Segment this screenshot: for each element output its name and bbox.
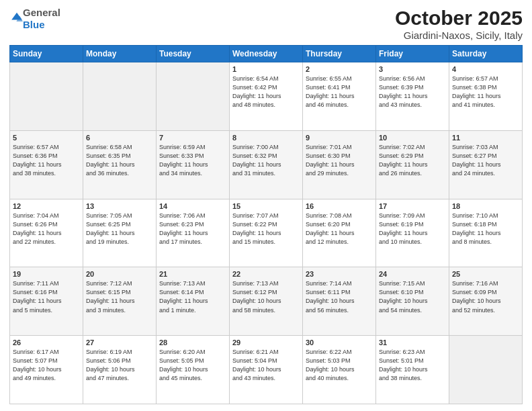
day-info: Sunrise: 7:05 AM Sunset: 6:25 PM Dayligh…	[86, 212, 153, 246]
day-info: Sunrise: 6:20 AM Sunset: 5:05 PM Dayligh…	[159, 348, 226, 383]
day-number: 24	[379, 270, 446, 278]
day-number: 18	[452, 202, 519, 210]
calendar-cell: 19Sunrise: 7:11 AM Sunset: 6:16 PM Dayli…	[10, 267, 83, 336]
day-info: Sunrise: 6:22 AM Sunset: 5:03 PM Dayligh…	[306, 348, 373, 383]
day-number: 29	[232, 338, 300, 347]
header-friday: Friday	[376, 46, 449, 62]
calendar-week-1: 5Sunrise: 6:57 AM Sunset: 6:36 PM Daylig…	[10, 130, 523, 199]
day-info: Sunrise: 6:19 AM Sunset: 5:06 PM Dayligh…	[86, 348, 153, 383]
day-info: Sunrise: 6:55 AM Sunset: 6:41 PM Dayligh…	[306, 75, 373, 109]
day-number: 5	[13, 134, 80, 142]
header-tuesday: Tuesday	[157, 46, 230, 62]
day-info: Sunrise: 7:01 AM Sunset: 6:30 PM Dayligh…	[306, 143, 373, 178]
calendar-cell: 30Sunrise: 6:22 AM Sunset: 5:03 PM Dayli…	[303, 336, 376, 404]
calendar-cell: 27Sunrise: 6:19 AM Sunset: 5:06 PM Dayli…	[83, 336, 157, 404]
day-number: 13	[86, 202, 153, 210]
calendar-cell: 12Sunrise: 7:04 AM Sunset: 6:26 PM Dayli…	[10, 199, 83, 267]
day-info: Sunrise: 7:00 AM Sunset: 6:32 PM Dayligh…	[232, 143, 300, 178]
day-number: 7	[159, 134, 226, 142]
day-info: Sunrise: 7:14 AM Sunset: 6:11 PM Dayligh…	[306, 279, 373, 314]
day-number: 4	[452, 65, 519, 73]
calendar-cell: 31Sunrise: 6:23 AM Sunset: 5:01 PM Dayli…	[376, 336, 449, 404]
day-number: 2	[306, 65, 373, 73]
calendar-cell	[157, 62, 230, 131]
calendar-cell: 2Sunrise: 6:55 AM Sunset: 6:41 PM Daylig…	[303, 62, 376, 131]
day-number: 23	[306, 270, 373, 278]
day-number: 22	[232, 270, 300, 278]
calendar-table: Sunday Monday Tuesday Wednesday Thursday…	[9, 45, 523, 404]
day-number: 14	[159, 202, 226, 210]
calendar-cell: 4Sunrise: 6:57 AM Sunset: 6:38 PM Daylig…	[449, 62, 523, 131]
calendar-cell	[10, 62, 83, 131]
header-wednesday: Wednesday	[230, 46, 303, 62]
calendar-cell: 29Sunrise: 6:21 AM Sunset: 5:04 PM Dayli…	[230, 336, 303, 404]
day-info: Sunrise: 6:59 AM Sunset: 6:33 PM Dayligh…	[159, 143, 226, 178]
day-number: 28	[159, 338, 226, 347]
day-info: Sunrise: 7:07 AM Sunset: 6:22 PM Dayligh…	[232, 212, 300, 246]
calendar-cell: 6Sunrise: 6:58 AM Sunset: 6:35 PM Daylig…	[83, 130, 157, 199]
calendar-cell: 20Sunrise: 7:12 AM Sunset: 6:15 PM Dayli…	[83, 267, 157, 336]
day-info: Sunrise: 6:23 AM Sunset: 5:01 PM Dayligh…	[379, 348, 446, 383]
day-info: Sunrise: 6:54 AM Sunset: 6:42 PM Dayligh…	[232, 75, 300, 109]
calendar-week-4: 26Sunrise: 6:17 AM Sunset: 5:07 PM Dayli…	[10, 336, 523, 404]
day-number: 1	[232, 65, 300, 73]
logo-general: General	[23, 7, 60, 18]
day-info: Sunrise: 7:10 AM Sunset: 6:18 PM Dayligh…	[452, 212, 519, 246]
day-info: Sunrise: 7:06 AM Sunset: 6:23 PM Dayligh…	[159, 212, 226, 246]
day-number: 11	[452, 134, 519, 142]
title-block: October 2025 Giardini-Naxos, Sicily, Ita…	[395, 7, 523, 41]
calendar-cell: 24Sunrise: 7:15 AM Sunset: 6:10 PM Dayli…	[376, 267, 449, 336]
calendar-cell: 18Sunrise: 7:10 AM Sunset: 6:18 PM Dayli…	[449, 199, 523, 267]
calendar-cell: 8Sunrise: 7:00 AM Sunset: 6:32 PM Daylig…	[230, 130, 303, 199]
day-info: Sunrise: 7:11 AM Sunset: 6:16 PM Dayligh…	[13, 279, 80, 314]
day-info: Sunrise: 7:02 AM Sunset: 6:29 PM Dayligh…	[379, 143, 446, 178]
day-number: 16	[306, 202, 373, 210]
day-number: 8	[232, 134, 300, 142]
day-info: Sunrise: 6:17 AM Sunset: 5:07 PM Dayligh…	[13, 348, 80, 383]
calendar-cell: 7Sunrise: 6:59 AM Sunset: 6:33 PM Daylig…	[157, 130, 230, 199]
calendar-week-3: 19Sunrise: 7:11 AM Sunset: 6:16 PM Dayli…	[10, 267, 523, 336]
calendar-cell: 10Sunrise: 7:02 AM Sunset: 6:29 PM Dayli…	[376, 130, 449, 199]
calendar-cell: 25Sunrise: 7:16 AM Sunset: 6:09 PM Dayli…	[449, 267, 523, 336]
header-sunday: Sunday	[10, 46, 83, 62]
logo-text: General Blue	[23, 7, 60, 31]
day-number: 15	[232, 202, 300, 210]
day-info: Sunrise: 7:04 AM Sunset: 6:26 PM Dayligh…	[13, 212, 80, 246]
day-number: 26	[13, 338, 80, 347]
day-info: Sunrise: 6:57 AM Sunset: 6:36 PM Dayligh…	[13, 143, 80, 178]
day-number: 30	[306, 338, 373, 347]
calendar-cell: 3Sunrise: 6:56 AM Sunset: 6:39 PM Daylig…	[376, 62, 449, 131]
header-saturday: Saturday	[449, 46, 523, 62]
logo-icon	[11, 11, 23, 24]
day-number: 10	[379, 134, 446, 142]
day-info: Sunrise: 7:09 AM Sunset: 6:19 PM Dayligh…	[379, 212, 446, 246]
calendar-cell: 23Sunrise: 7:14 AM Sunset: 6:11 PM Dayli…	[303, 267, 376, 336]
day-number: 21	[159, 270, 226, 278]
day-info: Sunrise: 7:08 AM Sunset: 6:20 PM Dayligh…	[306, 212, 373, 246]
day-info: Sunrise: 7:03 AM Sunset: 6:27 PM Dayligh…	[452, 143, 519, 178]
day-info: Sunrise: 6:21 AM Sunset: 5:04 PM Dayligh…	[232, 348, 300, 383]
logo-blue: Blue	[23, 19, 45, 30]
calendar-cell: 14Sunrise: 7:06 AM Sunset: 6:23 PM Dayli…	[157, 199, 230, 267]
calendar-cell: 9Sunrise: 7:01 AM Sunset: 6:30 PM Daylig…	[303, 130, 376, 199]
calendar-cell: 16Sunrise: 7:08 AM Sunset: 6:20 PM Dayli…	[303, 199, 376, 267]
calendar-cell: 15Sunrise: 7:07 AM Sunset: 6:22 PM Dayli…	[230, 199, 303, 267]
day-info: Sunrise: 6:56 AM Sunset: 6:39 PM Dayligh…	[379, 75, 446, 109]
day-info: Sunrise: 7:13 AM Sunset: 6:14 PM Dayligh…	[159, 279, 226, 314]
day-number: 6	[86, 134, 153, 142]
day-number: 17	[379, 202, 446, 210]
day-info: Sunrise: 7:15 AM Sunset: 6:10 PM Dayligh…	[379, 279, 446, 314]
calendar-cell: 5Sunrise: 6:57 AM Sunset: 6:36 PM Daylig…	[10, 130, 83, 199]
day-info: Sunrise: 7:16 AM Sunset: 6:09 PM Dayligh…	[452, 279, 519, 314]
calendar-cell	[83, 62, 157, 131]
page: General Blue October 2025 Giardini-Naxos…	[0, 0, 532, 411]
calendar-cell: 26Sunrise: 6:17 AM Sunset: 5:07 PM Dayli…	[10, 336, 83, 404]
calendar-cell: 21Sunrise: 7:13 AM Sunset: 6:14 PM Dayli…	[157, 267, 230, 336]
day-number: 9	[306, 134, 373, 142]
header-monday: Monday	[83, 46, 157, 62]
day-info: Sunrise: 6:57 AM Sunset: 6:38 PM Dayligh…	[452, 75, 519, 109]
calendar-cell: 13Sunrise: 7:05 AM Sunset: 6:25 PM Dayli…	[83, 199, 157, 267]
day-number: 12	[13, 202, 80, 210]
calendar-subtitle: Giardini-Naxos, Sicily, Italy	[395, 30, 523, 41]
calendar-cell	[449, 336, 523, 404]
